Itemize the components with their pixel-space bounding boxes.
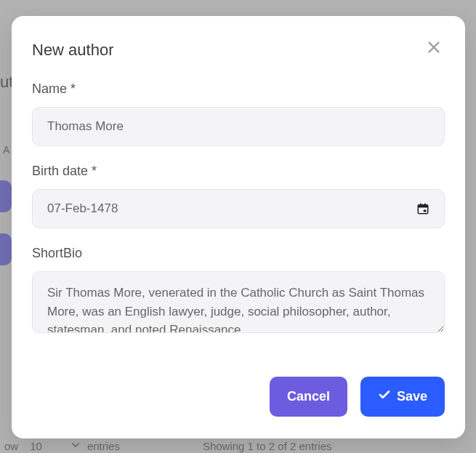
name-field: Name * (32, 81, 445, 146)
close-button[interactable] (423, 36, 445, 58)
shortbio-label: ShortBio (32, 246, 445, 261)
check-icon (378, 388, 391, 405)
modal-title: New author (32, 36, 114, 60)
close-icon (426, 47, 442, 57)
cancel-button-label: Cancel (287, 389, 330, 404)
calendar-icon (416, 202, 429, 215)
svg-rect-6 (424, 210, 427, 212)
birthdate-input[interactable]: 07-Feb-1478 (32, 189, 445, 228)
cancel-button[interactable]: Cancel (270, 377, 347, 417)
save-button[interactable]: Save (360, 377, 445, 417)
svg-rect-3 (418, 205, 428, 208)
svg-rect-5 (424, 204, 426, 207)
modal-header: New author (32, 36, 445, 60)
birthdate-label: Birth date * (32, 164, 445, 179)
save-button-label: Save (397, 389, 427, 404)
new-author-modal: New author Name * Birth date * 07-Feb-14… (12, 16, 465, 438)
name-label: Name * (32, 81, 445, 97)
birthdate-field: Birth date * 07-Feb-1478 (32, 164, 445, 228)
shortbio-textarea[interactable] (32, 271, 445, 333)
birthdate-value: 07-Feb-1478 (47, 201, 118, 216)
name-input[interactable] (32, 107, 445, 146)
shortbio-field: ShortBio (32, 246, 445, 336)
modal-footer: Cancel Save (32, 377, 445, 417)
svg-rect-4 (420, 204, 421, 207)
